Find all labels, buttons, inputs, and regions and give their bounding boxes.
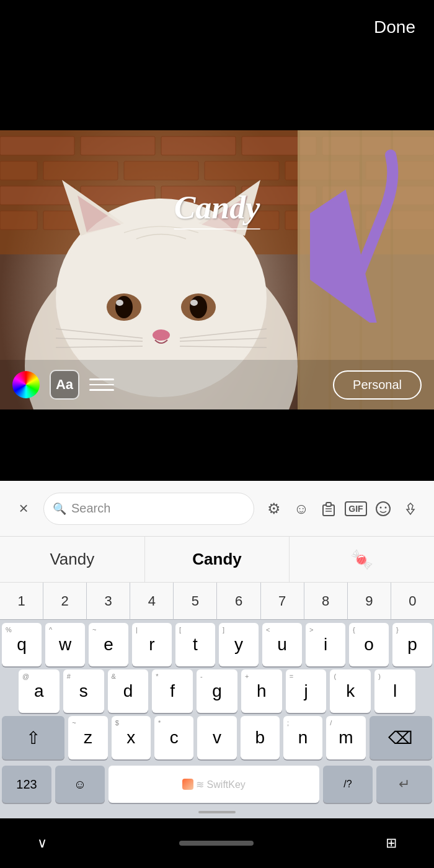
svg-rect-17 — [0, 211, 37, 230]
svg-point-38 — [190, 296, 207, 318]
key-w[interactable]: ^w — [45, 623, 85, 666]
key-d[interactable]: &d — [108, 669, 149, 713]
gif-icon[interactable]: GIF — [342, 495, 370, 522]
svg-point-55 — [385, 506, 387, 508]
pin-icon[interactable] — [397, 495, 424, 522]
keyboard-bottom-row: 123 ☺ ≋ SwiftKey /? ↵ — [0, 763, 434, 806]
svg-rect-50 — [326, 503, 331, 506]
svg-rect-8 — [124, 161, 198, 180]
key-t[interactable]: [t — [175, 623, 215, 666]
svg-point-39 — [116, 300, 123, 306]
key-k[interactable]: (k — [330, 669, 371, 713]
search-placeholder: Search — [71, 501, 110, 516]
shift-key[interactable]: ⇧ — [2, 716, 64, 759]
keyboard-toolbar: × 🔍 Search ⚙ ☺ GIF — [0, 481, 434, 537]
key-0[interactable]: 0 — [391, 583, 434, 620]
key-y[interactable]: ]y — [219, 623, 259, 666]
key-v[interactable]: v — [197, 716, 236, 759]
candy-overlay-text[interactable]: Candy — [174, 189, 260, 230]
nav-home-indicator[interactable] — [179, 841, 254, 846]
nav-grid-button[interactable]: ⊞ — [386, 835, 397, 851]
key-2[interactable]: 2 — [43, 583, 87, 620]
key-o[interactable]: {o — [349, 623, 389, 666]
key-7[interactable]: 7 — [261, 583, 304, 620]
backspace-key[interactable]: ⌫ — [370, 716, 432, 759]
key-h[interactable]: +h — [241, 669, 282, 713]
text-style-button[interactable]: Aa — [50, 370, 79, 400]
key-6[interactable]: 6 — [217, 583, 260, 620]
swiftkey-logo: ≋ SwiftKey — [182, 779, 246, 790]
svg-rect-7 — [43, 161, 118, 180]
key-f[interactable]: *f — [152, 669, 193, 713]
number-row: 1 2 3 4 5 6 7 8 9 0 — [0, 583, 434, 620]
key-m[interactable]: /m — [326, 716, 365, 759]
svg-point-40 — [190, 300, 198, 306]
key-p[interactable]: }p — [392, 623, 432, 666]
photo-toolbar: Aa Personal — [0, 360, 434, 409]
svg-rect-1 — [0, 136, 74, 155]
handle-pill — [198, 811, 236, 813]
key-u[interactable]: <u — [262, 623, 302, 666]
clipboard-icon[interactable] — [315, 495, 342, 522]
key-s[interactable]: #s — [63, 669, 104, 713]
suggestion-candy[interactable]: Candy — [145, 537, 290, 582]
key-z[interactable]: ~z — [68, 716, 107, 759]
nav-chevron-button[interactable]: ∨ — [37, 835, 47, 851]
key-c[interactable]: *c — [154, 716, 193, 759]
svg-rect-12 — [0, 186, 74, 205]
key-i[interactable]: >i — [306, 623, 345, 666]
key-4[interactable]: 4 — [130, 583, 174, 620]
search-icon: 🔍 — [53, 502, 66, 516]
svg-rect-3 — [161, 136, 236, 155]
bottom-nav: ∨ ⊞ — [0, 818, 434, 868]
suggestion-emoji[interactable]: 🍬 — [290, 537, 434, 582]
key-g[interactable]: -g — [197, 669, 237, 713]
personal-button[interactable]: Personal — [333, 370, 422, 400]
space-key[interactable]: ≋ SwiftKey — [108, 766, 319, 803]
punctuation-key[interactable]: /? — [323, 766, 373, 803]
photo-area: Candy Aa Personal — [0, 130, 434, 409]
numbers-key[interactable]: 123 — [2, 766, 51, 803]
keyboard-close-button[interactable]: × — [10, 495, 37, 522]
key-x[interactable]: $x — [112, 716, 151, 759]
keyboard-row-2: @a #s &d *f -g +h =j (k )l — [0, 669, 434, 713]
emoji-key[interactable]: ☺ — [55, 766, 105, 803]
emoji-icon[interactable]: ☺ — [288, 495, 315, 522]
arrow-annotation — [310, 149, 409, 323]
enter-key[interactable]: ↵ — [376, 766, 432, 803]
svg-rect-6 — [0, 161, 37, 180]
key-1[interactable]: 1 — [0, 583, 43, 620]
search-bar[interactable]: 🔍 Search — [43, 493, 254, 525]
key-3[interactable]: 3 — [87, 583, 130, 620]
done-button[interactable]: Done — [374, 17, 415, 37]
svg-point-41 — [153, 329, 170, 341]
color-wheel-button[interactable] — [12, 371, 40, 398]
key-8[interactable]: 8 — [304, 583, 348, 620]
svg-point-37 — [115, 296, 133, 318]
keyboard-row-3: ⇧ ~z $x *c v b ;n /m ⌫ — [0, 713, 434, 763]
top-bar: Done — [0, 0, 434, 130]
keyboard-row-1: %q ^w ~e |r [t ]y <u >i {o }p — [0, 620, 434, 669]
key-l[interactable]: )l — [374, 669, 415, 713]
arrow-svg — [310, 149, 409, 323]
key-e[interactable]: ~e — [89, 623, 128, 666]
key-j[interactable]: =j — [286, 669, 327, 713]
key-n[interactable]: ;n — [283, 716, 322, 759]
keyboard-handle — [0, 806, 434, 818]
sticker-icon[interactable] — [370, 495, 397, 522]
svg-point-54 — [380, 506, 382, 508]
key-a[interactable]: @a — [19, 669, 60, 713]
svg-rect-2 — [81, 136, 155, 155]
keyboard-area: × 🔍 Search ⚙ ☺ GIF — [0, 481, 434, 818]
svg-rect-9 — [205, 161, 279, 180]
key-5[interactable]: 5 — [174, 583, 217, 620]
key-9[interactable]: 9 — [348, 583, 391, 620]
svg-point-53 — [376, 502, 390, 516]
key-r[interactable]: |r — [132, 623, 172, 666]
text-align-button[interactable] — [89, 372, 114, 397]
key-b[interactable]: b — [241, 716, 280, 759]
suggestions-row: Vandy Candy 🍬 — [0, 537, 434, 583]
key-q[interactable]: %q — [2, 623, 42, 666]
suggestion-vandy[interactable]: Vandy — [0, 537, 145, 582]
settings-icon[interactable]: ⚙ — [260, 495, 288, 522]
